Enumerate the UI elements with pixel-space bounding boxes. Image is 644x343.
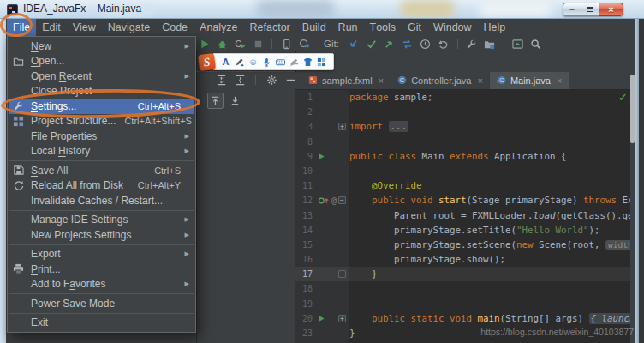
window-controls: – × [563,3,623,16]
menu-item-settings[interactable]: Settings...Ctrl+Alt+S [9,99,194,114]
menu-item-open[interactable]: Open... [9,54,194,69]
fold-minus-icon[interactable]: − [338,196,346,204]
menu-item-invalidate-caches-restart[interactable]: Invalidate Caches / Restart... [9,193,194,208]
menu-item-new-projects-settings[interactable]: New Projects Settings▶ [9,227,194,243]
menu-item-power-save-mode[interactable]: Power Save Mode [9,296,194,311]
menu-item-manage-ide-settings[interactable]: Manage IDE Settings▶ [9,213,194,228]
menu-item-label: New Projects Settings [31,229,181,241]
menu-item-project-structure[interactable]: Project Structure...Ctrl+Alt+Shift+S [9,114,194,129]
tab-close-icon[interactable]: × [557,75,562,86]
terminal-icon[interactable] [511,37,525,51]
editor-scrollbar-thumb[interactable] [630,75,635,143]
menu-item-new[interactable]: New▶ [9,39,194,54]
gear-icon[interactable] [265,74,277,86]
menubar-item-git[interactable]: Git [402,19,427,36]
menu-item-local-history[interactable]: Local History▶ [9,144,194,159]
scroll-to-top-icon[interactable] [207,93,224,109]
run-gutter-icon[interactable] [318,149,338,164]
fold-plus-icon[interactable]: + [338,315,346,322]
menu-item-export[interactable]: Export▶ [9,247,194,262]
run-gutter-icon[interactable] [318,311,338,326]
ime-keyboard-icon[interactable] [276,57,286,67]
menu-item-file-properties[interactable]: File Properties▶ [9,129,194,144]
menubar-item-view[interactable]: View [67,19,102,36]
ime-skin-icon[interactable] [303,57,313,67]
git-update-icon[interactable] [347,37,361,51]
coverage-icon[interactable]: C [233,37,247,51]
menu-item-shortcut: Ctrl+Alt+S [138,101,181,111]
ime-mic-icon[interactable] [262,57,272,67]
menu-item-close-project[interactable]: Close Project [9,84,194,99]
code-text: primaryStage.setScene(new Scene(root, wi… [349,238,630,252]
code-line-10: 10 [295,164,630,178]
menubar-item-window[interactable]: Window [427,19,477,36]
gutter-slot [318,119,338,134]
ime-handwrite-icon[interactable] [289,57,300,67]
search-icon[interactable] [529,37,543,51]
menubar-item-tools[interactable]: Tools [364,19,402,36]
fold-slot [338,164,349,178]
git-push-icon[interactable] [383,37,397,51]
stop-icon[interactable] [251,37,265,51]
menubar-item-code[interactable]: Code [156,19,194,36]
download-icon[interactable] [297,37,311,51]
menubar-item-file[interactable]: File [7,19,36,36]
menu-item-print[interactable]: Print... [9,262,194,277]
ime-font-icon[interactable]: A [221,57,231,67]
sogou-logo-icon[interactable]: S [197,52,215,70]
device-icon[interactable] [279,37,293,51]
collapse-all-icon[interactable] [234,74,246,86]
expand-all-icon[interactable] [215,74,227,86]
debug-icon[interactable] [215,37,229,51]
tab-close-icon[interactable]: × [379,75,384,86]
ime-grid-icon[interactable] [317,57,327,67]
code-line-15: 15 primaryStage.setScene(new Scene(root,… [295,238,630,252]
menubar-item-edit[interactable]: Edit [36,19,67,36]
minimize-button[interactable]: – [563,3,581,16]
menubar-item-help[interactable]: Help [478,19,512,36]
menu-bar: FileEditViewNavigateCodeAnalyzeRefactorB… [6,19,635,36]
fold-marker[interactable]: + [338,311,349,326]
menu-item-save-all[interactable]: Save AllCtrl+S [9,163,194,178]
fold-marker[interactable]: − [338,193,349,208]
history-icon[interactable] [419,37,432,51]
override-gutter-icon[interactable]: @ [318,193,338,208]
close-button[interactable]: × [599,3,623,16]
class-file-icon: C [397,75,407,87]
tab-main-java[interactable]: CMain.java× [490,72,569,89]
minimize-icon[interactable] [284,74,296,86]
menu-item-label: Save All [31,165,146,177]
fold-marker[interactable]: − [338,267,349,281]
fold-plus-icon[interactable]: + [338,123,346,130]
git-compare-icon[interactable] [401,37,414,51]
toolbar-separator [255,75,256,85]
menu-item-open-recent[interactable]: Open Recent▶ [9,69,194,84]
maximize-button[interactable] [581,3,599,16]
fold-marker[interactable]: + [338,119,349,134]
tab-controller-java[interactable]: CController.java× [391,72,490,89]
ime-smiley-icon[interactable]: ☺ [248,57,259,67]
menubar-item-navigate[interactable]: Navigate [102,19,156,36]
editor-code[interactable]: 1package sample;23+import ...89public cl… [295,90,630,343]
rollback-icon[interactable] [437,37,450,51]
tab-sample-fxml[interactable]: sample.fxml× [301,72,391,89]
menubar-item-build[interactable]: Build [296,19,332,36]
desktop-right-strip [639,19,644,343]
settings-wrench-icon[interactable] [465,37,479,51]
tab-close-icon[interactable]: × [477,75,482,86]
menubar-item-analyze[interactable]: Analyze [194,19,243,36]
fold-end-icon[interactable]: − [338,270,346,278]
ime-icon-strip: A☺ [212,53,334,70]
menubar-item-refactor[interactable]: Refactor [244,19,296,36]
svg-text:C: C [235,39,241,49]
ime-pen-icon[interactable] [235,57,245,67]
menu-item-exit[interactable]: Exit [9,316,194,331]
remote-config-icon[interactable] [483,37,497,51]
menu-item-add-to-favorites[interactable]: Add to Favorites▶ [9,277,194,292]
menu-item-reload-all-from-disk[interactable]: Reload All from DiskCtrl+Alt+Y [9,178,194,194]
git-commit-icon[interactable] [365,37,379,51]
run-icon[interactable] [197,37,211,51]
line-number: 9 [295,149,318,164]
scroll-to-bottom-icon[interactable] [227,93,243,109]
menubar-item-run[interactable]: Run [332,19,364,36]
